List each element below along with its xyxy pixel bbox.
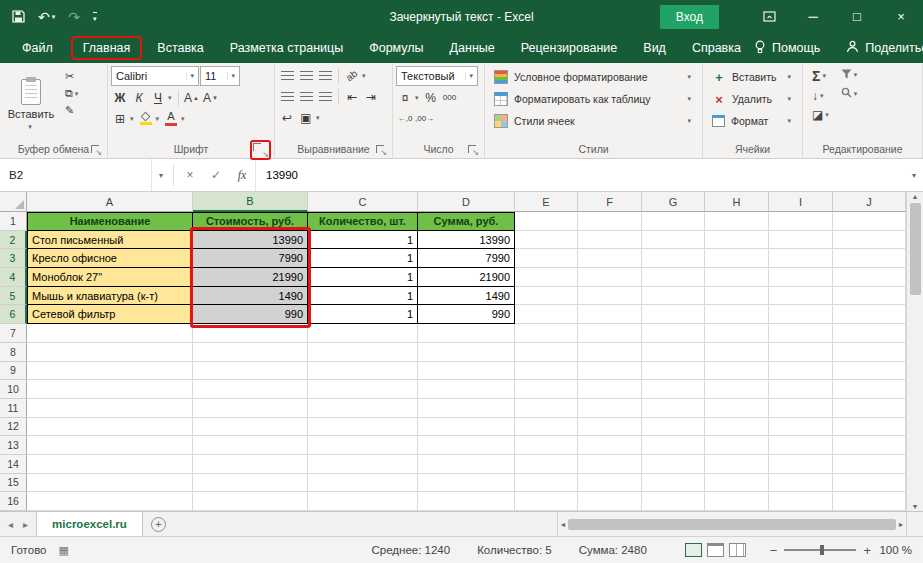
cell-J10[interactable]: [833, 380, 906, 399]
cell-H13[interactable]: [705, 436, 769, 455]
decrease-font-size-button[interactable]: А▼: [202, 88, 220, 107]
cell-A7[interactable]: [27, 324, 193, 343]
zoom-slider[interactable]: [784, 549, 856, 551]
column-header-A[interactable]: A: [27, 192, 193, 212]
tab-data[interactable]: Данные: [437, 35, 508, 61]
select-all-button[interactable]: [0, 192, 27, 212]
row-header-10[interactable]: 10: [0, 380, 27, 399]
column-header-I[interactable]: I: [769, 192, 833, 212]
cell-E5[interactable]: [515, 287, 578, 306]
cell-E2[interactable]: [515, 231, 578, 250]
cell-F5[interactable]: [578, 287, 642, 306]
page-layout-view-button[interactable]: [707, 543, 724, 557]
cell-F12[interactable]: [578, 418, 642, 437]
sheet-nav-right-icon[interactable]: ▸: [23, 519, 28, 530]
column-header-C[interactable]: C: [308, 192, 418, 212]
cell-E12[interactable]: [515, 418, 578, 437]
cell-G6[interactable]: [642, 305, 705, 324]
sheet-tab-active[interactable]: microexcel.ru: [36, 512, 143, 536]
cut-button[interactable]: ✂: [65, 70, 80, 83]
cell-H4[interactable]: [705, 268, 769, 287]
add-sheet-button[interactable]: +: [151, 517, 166, 532]
cell-A6[interactable]: Сетевой фильтр: [27, 305, 193, 324]
cell-C10[interactable]: [308, 380, 418, 399]
font-size-select[interactable]: 11▾: [200, 66, 240, 86]
maximize-button[interactable]: □: [835, 0, 879, 33]
cell-C15[interactable]: [308, 474, 418, 493]
increase-font-size-button[interactable]: А▲: [183, 88, 201, 107]
cell-C14[interactable]: [308, 455, 418, 474]
cell-B16[interactable]: [193, 492, 308, 511]
cell-C16[interactable]: [308, 492, 418, 511]
cell-F4[interactable]: [578, 268, 642, 287]
cell-B10[interactable]: [193, 380, 308, 399]
cell-F7[interactable]: [578, 324, 642, 343]
row-header-8[interactable]: 8: [0, 343, 27, 362]
cell-G5[interactable]: [642, 287, 705, 306]
borders-button[interactable]: ⊞: [111, 109, 129, 128]
chevron-down-icon[interactable]: ▾: [465, 72, 473, 80]
row-header-4[interactable]: 4: [0, 268, 27, 287]
orientation-dropdown-icon[interactable]: ▾: [362, 72, 366, 80]
tab-file[interactable]: Файл: [6, 35, 69, 61]
cell-J4[interactable]: [833, 268, 906, 287]
horizontal-scrollbar[interactable]: ◂ ▸: [557, 512, 906, 536]
align-center-button[interactable]: [297, 87, 315, 106]
align-middle-button[interactable]: [297, 66, 315, 85]
cell-A4[interactable]: Моноблок 27": [27, 268, 193, 287]
row-header-14[interactable]: 14: [0, 455, 27, 474]
cell-C6[interactable]: 1: [308, 305, 418, 324]
cell-G7[interactable]: [642, 324, 705, 343]
cell-B13[interactable]: [193, 436, 308, 455]
row-header-9[interactable]: 9: [0, 362, 27, 381]
tab-page-layout[interactable]: Разметка страницы: [217, 35, 356, 61]
cell-I16[interactable]: [769, 492, 833, 511]
tell-me-button[interactable]: Помощь: [754, 40, 820, 57]
cell-F8[interactable]: [578, 343, 642, 362]
delete-cells-button[interactable]: × Удалить▾: [706, 88, 799, 110]
font-family-select[interactable]: Calibri▾: [111, 66, 199, 86]
cell-D16[interactable]: [418, 492, 515, 511]
chevron-down-icon[interactable]: ▾: [227, 72, 235, 80]
cell-G14[interactable]: [642, 455, 705, 474]
increase-indent-button[interactable]: ⇥: [362, 87, 380, 106]
cell-B8[interactable]: [193, 343, 308, 362]
cell-G8[interactable]: [642, 343, 705, 362]
close-button[interactable]: ×: [879, 0, 923, 33]
cell-F15[interactable]: [578, 474, 642, 493]
cell-H3[interactable]: [705, 249, 769, 268]
percent-style-button[interactable]: %: [422, 88, 440, 107]
cell-H9[interactable]: [705, 362, 769, 381]
cell-A16[interactable]: [27, 492, 193, 511]
cell-A15[interactable]: [27, 474, 193, 493]
cell-I12[interactable]: [769, 418, 833, 437]
alignment-dialog-launcher-icon[interactable]: [375, 144, 387, 156]
cell-F10[interactable]: [578, 380, 642, 399]
page-break-view-button[interactable]: [729, 543, 746, 557]
row-header-12[interactable]: 12: [0, 418, 27, 437]
italic-button[interactable]: К: [130, 88, 148, 107]
cell-A11[interactable]: [27, 399, 193, 418]
cell-B6[interactable]: 990: [193, 305, 308, 324]
cell-J1[interactable]: [833, 212, 906, 231]
row-header-1[interactable]: 1: [0, 212, 27, 231]
cell-D1[interactable]: Сумма, руб.: [418, 212, 515, 231]
zoom-in-button[interactable]: +: [863, 543, 871, 558]
format-cells-button[interactable]: Формат▾: [706, 110, 799, 132]
cell-I2[interactable]: [769, 231, 833, 250]
cell-F3[interactable]: [578, 249, 642, 268]
save-icon[interactable]: [12, 10, 25, 23]
cell-C1[interactable]: Количество, шт.: [308, 212, 418, 231]
fill-color-button[interactable]: [137, 109, 155, 128]
cell-C4[interactable]: 1: [308, 268, 418, 287]
align-bottom-button[interactable]: [316, 66, 334, 85]
cell-E11[interactable]: [515, 399, 578, 418]
cancel-entry-button[interactable]: ×: [177, 168, 203, 182]
cell-C3[interactable]: 1: [308, 249, 418, 268]
cell-E7[interactable]: [515, 324, 578, 343]
cell-C8[interactable]: [308, 343, 418, 362]
cell-J2[interactable]: [833, 231, 906, 250]
formula-bar-expand-icon[interactable]: ▾: [905, 159, 923, 191]
cell-C13[interactable]: [308, 436, 418, 455]
row-header-11[interactable]: 11: [0, 399, 27, 418]
